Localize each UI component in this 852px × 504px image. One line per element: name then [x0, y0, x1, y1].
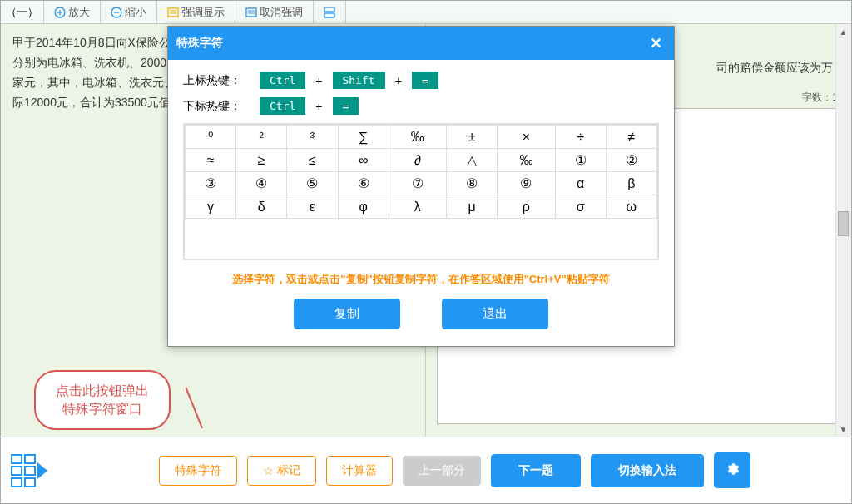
char-cell[interactable]: ∑ [338, 126, 389, 149]
char-cell[interactable]: ⑧ [447, 172, 498, 195]
callout-bubble: 点击此按钮弹出 特殊字符窗口 [34, 370, 171, 430]
char-cell[interactable]: ≠ [606, 126, 656, 149]
next-question-button[interactable]: 下一题 [491, 454, 581, 487]
callout-connector [186, 387, 219, 437]
copy-label: 复制 [334, 306, 359, 322]
unhighlight-icon [245, 7, 257, 18]
char-cell[interactable]: λ [389, 195, 446, 219]
char-cell[interactable]: δ [236, 195, 287, 219]
char-cell[interactable]: ≤ [287, 149, 338, 172]
svg-rect-12 [324, 13, 334, 17]
char-cell[interactable]: ⑤ [287, 172, 338, 195]
char-cell[interactable]: × [498, 126, 555, 149]
char-cell[interactable]: ∂ [389, 149, 446, 172]
minus-circle-icon [111, 7, 122, 18]
char-cell[interactable]: ∞ [338, 149, 389, 172]
char-cell[interactable]: ⑦ [389, 172, 446, 195]
mark-label: 标记 [277, 463, 300, 478]
char-cell[interactable]: ⑥ [338, 172, 389, 195]
special-chars-label: 特殊字符 [175, 463, 221, 478]
zoom-in-button[interactable]: 放大 [49, 3, 95, 22]
switch-ime-button[interactable]: 切换输入法 [591, 454, 704, 487]
char-cell[interactable]: ② [606, 149, 656, 172]
top-toolbar: （一） 放大 缩小 强调显示 取消强调 [1, 1, 851, 24]
calculator-label: 计算器 [342, 463, 377, 478]
char-cell[interactable]: ‰ [498, 149, 555, 172]
grid-spacer [183, 219, 659, 260]
eq-key: = [412, 72, 438, 89]
char-cell[interactable]: ± [447, 126, 498, 149]
gear-icon [725, 462, 740, 479]
settings-button[interactable] [714, 452, 750, 488]
char-cell[interactable]: β [606, 172, 656, 195]
char-cell[interactable]: ‰ [389, 126, 446, 149]
char-cell[interactable]: ρ [498, 195, 555, 219]
scroll-up-icon[interactable]: ▲ [840, 24, 848, 39]
plus-circle-icon [54, 7, 66, 18]
split-icon [324, 7, 335, 18]
superscript-hotkey-row: 上标热键： Ctrl + Shift + = [183, 72, 659, 89]
char-cell[interactable]: ≥ [236, 149, 287, 172]
split-view-button[interactable] [319, 5, 340, 20]
ctrl-key: Ctrl [260, 72, 305, 89]
grid-nav-button[interactable] [11, 454, 47, 487]
char-cell[interactable]: ④ [236, 172, 287, 195]
calculator-button[interactable]: 计算器 [326, 456, 393, 486]
char-cell[interactable]: σ [555, 195, 606, 219]
char-cell[interactable]: α [555, 172, 606, 195]
next-question-label: 下一题 [518, 463, 553, 478]
section-label: （一） [6, 5, 38, 20]
char-count-label: 字数： [802, 91, 832, 103]
special-chars-dialog: 特殊字符 ✕ 上标热键： Ctrl + Shift + = 下标热键： Ctrl… [167, 26, 675, 347]
dialog-title: 特殊字符 [176, 36, 223, 51]
prev-part-button[interactable]: 上一部分 [403, 456, 481, 486]
char-cell[interactable]: △ [447, 149, 498, 172]
char-cell[interactable]: ≈ [186, 149, 236, 172]
char-cell[interactable]: ² [236, 126, 287, 149]
grid-icon [11, 454, 36, 487]
subscript-hotkey-row: 下标热键： Ctrl + = [183, 97, 659, 115]
prev-part-label: 上一部分 [419, 463, 465, 478]
highlight-icon [167, 7, 179, 18]
switch-ime-label: 切换输入法 [618, 463, 676, 478]
scroll-down-icon[interactable]: ▼ [840, 422, 848, 437]
char-cell[interactable]: ε [287, 195, 338, 219]
scroll-thumb[interactable] [838, 211, 849, 236]
svg-rect-5 [168, 8, 178, 17]
char-cell[interactable]: ③ [186, 172, 236, 195]
svg-line-13 [186, 387, 202, 428]
char-cell[interactable]: ① [555, 149, 606, 172]
char-cell[interactable]: ⑨ [498, 172, 555, 195]
bottom-bar: 特殊字符 ☆ 标记 计算器 上一部分 下一题 切换输入法 [1, 437, 851, 503]
unhighlight-label: 取消强调 [260, 5, 303, 20]
dialog-close-button[interactable]: ✕ [646, 33, 666, 53]
char-cell[interactable]: ⁰ [186, 126, 236, 149]
vertical-scrollbar[interactable]: ▲ ▼ [835, 24, 850, 437]
plus-sign: + [315, 100, 322, 113]
superscript-label: 上标热键： [183, 73, 250, 88]
ctrl-key: Ctrl [260, 97, 305, 115]
mark-button[interactable]: ☆ 标记 [247, 456, 316, 486]
eq-key: = [333, 97, 359, 115]
char-cell[interactable]: φ [338, 195, 389, 219]
char-cell[interactable]: γ [186, 195, 236, 219]
copy-button[interactable]: 复制 [294, 299, 400, 329]
char-cell[interactable]: ³ [287, 126, 338, 149]
exit-button[interactable]: 退出 [442, 299, 548, 329]
plus-sign: + [315, 74, 322, 87]
star-icon: ☆ [263, 464, 274, 477]
unhighlight-button[interactable]: 取消强调 [240, 3, 308, 22]
arrow-right-icon [37, 462, 47, 479]
char-cell[interactable]: ω [606, 195, 656, 219]
char-cell[interactable]: μ [447, 195, 498, 219]
dialog-hint: 选择字符，双击或点击"复制"按钮复制字符，在作答区域使用"Ctrl+V"粘贴字符 [183, 272, 659, 287]
section-indicator: （一） [1, 1, 44, 23]
zoom-out-button[interactable]: 缩小 [106, 3, 151, 22]
svg-rect-8 [246, 8, 256, 17]
subscript-label: 下标热键： [183, 99, 250, 114]
char-cell[interactable]: ÷ [555, 126, 606, 149]
special-chars-button[interactable]: 特殊字符 [159, 456, 237, 486]
highlight-button[interactable]: 强调显示 [162, 3, 230, 22]
plus-sign: + [395, 74, 402, 87]
char-grid: ⁰ ² ³ ∑ ‰ ± × ÷ ≠ ≈ ≥ ≤ ∞ ∂ △ ‰ [185, 125, 657, 219]
